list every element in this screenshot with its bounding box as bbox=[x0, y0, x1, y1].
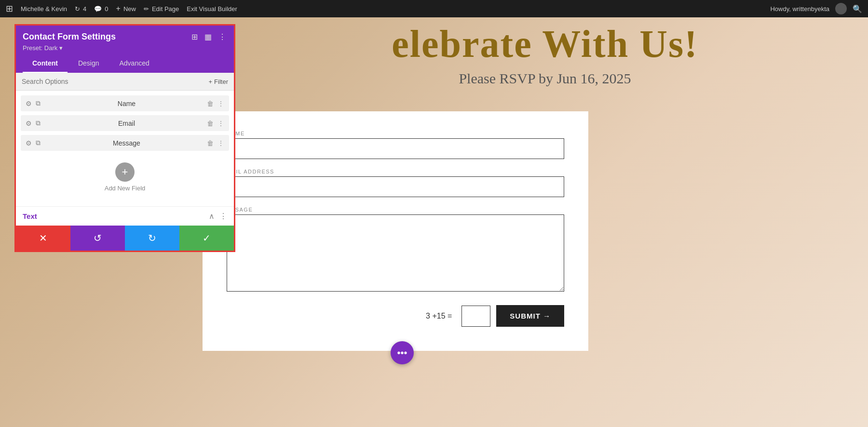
redo-button[interactable]: ↻ bbox=[125, 226, 179, 251]
howdy-text: Howdy, writtenbyekta bbox=[770, 5, 829, 13]
cancel-icon: ✕ bbox=[39, 232, 47, 244]
field-duplicate-icon[interactable]: ⧉ bbox=[36, 99, 41, 107]
field-delete-icon[interactable]: 🗑 bbox=[207, 120, 214, 127]
search-input[interactable] bbox=[22, 78, 205, 85]
field-name-label: Name bbox=[46, 100, 207, 107]
panel-tabs: Content Design Advanced bbox=[16, 54, 234, 73]
preset-selector[interactable]: Preset: Dark ▾ bbox=[23, 44, 227, 52]
search-row: + Filter bbox=[16, 73, 234, 91]
chevron-down-icon: ▾ bbox=[59, 44, 63, 52]
tab-design[interactable]: Design bbox=[68, 54, 109, 73]
panel-actions: ✕ ↺ ↻ ✓ bbox=[16, 226, 234, 251]
field-more-icon[interactable]: ⋮ bbox=[217, 100, 224, 107]
name-label: NAME bbox=[227, 131, 564, 136]
tab-content[interactable]: Content bbox=[23, 54, 68, 73]
comments-icon: 💬 bbox=[94, 5, 102, 13]
tab-advanced[interactable]: Advanced bbox=[109, 54, 159, 73]
section-more-icon[interactable]: ⋮ bbox=[219, 212, 227, 221]
pencil-icon: ✏ bbox=[144, 5, 149, 13]
avatar[interactable] bbox=[835, 3, 847, 14]
redo-icon: ↻ bbox=[148, 232, 156, 244]
chevron-up-icon[interactable]: ∧ bbox=[209, 212, 215, 221]
exit-builder-link[interactable]: Exit Visual Builder bbox=[187, 5, 237, 13]
field-email-label: Email bbox=[46, 120, 207, 127]
fields-list: ⚙ ⧉ Name 🗑 ⋮ ⚙ ⧉ Email 🗑 ⋮ ⚙ bbox=[16, 91, 234, 206]
panel-header: Contact Form Settings ⊞ ▦ ⋮ Preset: Dark… bbox=[16, 26, 234, 54]
section-title: Text bbox=[23, 212, 37, 220]
contact-form: NAME MAIL ADDRESS ESSAGE 3 +15 = SUBMIT … bbox=[203, 111, 588, 351]
field-message-label: Message bbox=[46, 139, 207, 147]
site-name[interactable]: Michelle & Kevin bbox=[21, 5, 67, 13]
page-heading: elebrate With Us! bbox=[222, 22, 868, 66]
columns-icon[interactable]: ▦ bbox=[203, 31, 213, 42]
field-delete-icon[interactable]: 🗑 bbox=[207, 139, 214, 147]
field-more-icon[interactable]: ⋮ bbox=[217, 139, 224, 147]
filter-icon: + bbox=[209, 78, 213, 85]
field-row-email: ⚙ ⧉ Email 🗑 ⋮ bbox=[21, 115, 229, 131]
email-label: MAIL ADDRESS bbox=[227, 169, 564, 174]
form-footer: 3 +15 = SUBMIT → bbox=[227, 305, 564, 327]
more-options-icon[interactable]: ⋮ bbox=[217, 31, 227, 42]
settings-panel: Contact Form Settings ⊞ ▦ ⋮ Preset: Dark… bbox=[14, 24, 235, 252]
cancel-button[interactable]: ✕ bbox=[16, 226, 70, 251]
add-field-button[interactable]: + bbox=[115, 162, 135, 182]
edit-page-link[interactable]: ✏ Edit Page bbox=[144, 5, 179, 13]
comments-link[interactable]: 💬 0 bbox=[94, 5, 108, 13]
message-input[interactable] bbox=[227, 214, 564, 292]
email-input[interactable] bbox=[227, 176, 564, 197]
reset-icon: ↺ bbox=[94, 232, 102, 244]
text-section-header: Text ∧ ⋮ bbox=[16, 206, 234, 226]
name-input[interactable] bbox=[227, 138, 564, 159]
save-button[interactable]: ✓ bbox=[179, 226, 234, 251]
filter-button[interactable]: + Filter bbox=[209, 78, 228, 85]
field-settings-icon[interactable]: ⚙ bbox=[26, 139, 32, 147]
new-content-button[interactable]: + New bbox=[116, 4, 136, 13]
field-duplicate-icon[interactable]: ⧉ bbox=[36, 119, 41, 127]
page-subheading: Please RSVP by Jun 16, 2025 bbox=[222, 70, 868, 87]
save-icon: ✓ bbox=[203, 232, 211, 244]
add-field-label: Add New Field bbox=[105, 185, 146, 192]
add-field-area: + Add New Field bbox=[21, 155, 229, 201]
admin-bar: ⊞ Michelle & Kevin ↻ 4 💬 0 + New ✏ Edit … bbox=[0, 0, 868, 17]
field-more-icon[interactable]: ⋮ bbox=[217, 120, 224, 127]
field-delete-icon[interactable]: 🗑 bbox=[207, 100, 214, 107]
field-row-message: ⚙ ⧉ Message 🗑 ⋮ bbox=[21, 135, 229, 151]
floating-menu-button[interactable]: ••• bbox=[391, 341, 414, 364]
updates-icon: ↻ bbox=[75, 5, 80, 13]
reset-button[interactable]: ↺ bbox=[70, 226, 125, 251]
field-row-name: ⚙ ⧉ Name 🗑 ⋮ bbox=[21, 95, 229, 111]
panel-title: Contact Form Settings bbox=[23, 32, 116, 42]
wp-logo[interactable]: ⊞ bbox=[6, 3, 13, 14]
field-settings-icon[interactable]: ⚙ bbox=[26, 100, 32, 107]
search-icon[interactable]: 🔍 bbox=[853, 4, 862, 13]
updates-link[interactable]: ↻ 4 bbox=[75, 5, 86, 13]
message-label: ESSAGE bbox=[227, 207, 564, 213]
captcha-text: 3 +15 = bbox=[426, 312, 452, 320]
dots-icon: ••• bbox=[397, 347, 407, 359]
captcha-input[interactable] bbox=[461, 306, 490, 327]
submit-button[interactable]: SUBMIT → bbox=[496, 305, 564, 327]
field-settings-icon[interactable]: ⚙ bbox=[26, 120, 32, 127]
panel-header-icons: ⊞ ▦ ⋮ bbox=[190, 31, 227, 42]
expand-icon[interactable]: ⊞ bbox=[190, 31, 199, 42]
field-duplicate-icon[interactable]: ⧉ bbox=[36, 139, 41, 147]
